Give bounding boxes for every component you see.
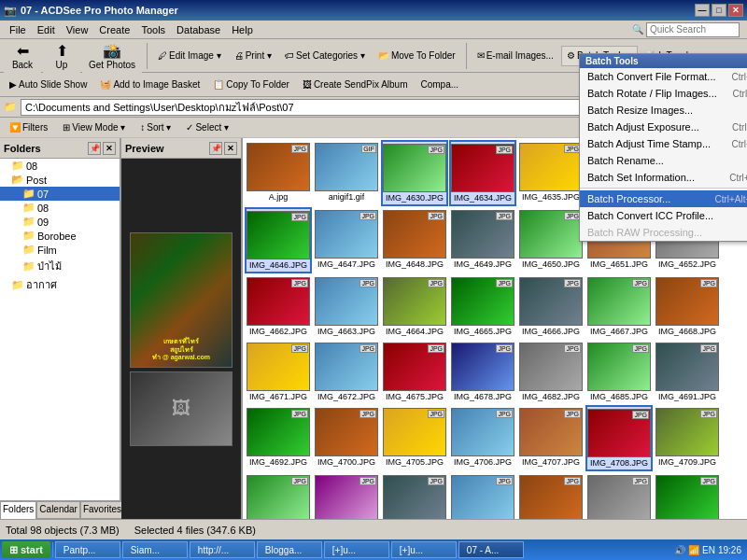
taskbar-item-plus1[interactable]: [+]u...: [324, 541, 389, 558]
tab-calendar[interactable]: Calendar: [36, 501, 80, 519]
menu-tools[interactable]: Tools: [135, 22, 171, 37]
photo-cell-7[interactable]: JPGIMG_4646.JPG: [245, 207, 312, 273]
photo-cell-27[interactable]: JPGIMG_4691.JPG: [654, 340, 721, 404]
photo-cell-23[interactable]: JPGIMG_4675.JPG: [381, 340, 448, 404]
photo-cell-34[interactable]: JPGIMG_4709.JPG: [654, 405, 721, 471]
tree-item-atmosphere[interactable]: 📁 อากาศ: [0, 275, 120, 294]
photo-cell-19[interactable]: JPGIMG_4667.JPG: [585, 274, 653, 339]
batch-adjust-timestamp[interactable]: Batch Adjust Time Stamp... Ctrl+T: [580, 135, 747, 152]
preview-close-button[interactable]: ✕: [224, 142, 237, 155]
batch-rename[interactable]: Batch Rename...: [580, 152, 747, 169]
sort-button[interactable]: ↕ Sort ▾: [134, 119, 176, 136]
filetype-badge: JPG: [428, 477, 444, 485]
photo-cell-11[interactable]: JPGIMG_4650.JPG: [517, 207, 585, 273]
print-button[interactable]: 🖨 Print ▾: [229, 46, 277, 66]
photo-cell-32[interactable]: JPGIMG_4707.JPG: [517, 405, 585, 471]
emailimages-button[interactable]: ✉ E-mail Images...: [472, 46, 559, 66]
tree-item-08[interactable]: 📁 08: [0, 159, 120, 173]
minimize-button[interactable]: —: [695, 4, 710, 17]
getphotos-button[interactable]: 📸 Get Photos: [82, 39, 142, 73]
menu-help[interactable]: Help: [226, 22, 259, 37]
taskbar-item-plus2[interactable]: [+]u...: [391, 541, 457, 558]
copytofolder-button[interactable]: 📋 Copy To Folder: [207, 75, 295, 95]
photo-cell-21[interactable]: JPGIMG_4671.JPG: [245, 340, 312, 404]
photo-cell-3[interactable]: JPGIMG_4634.JPG: [449, 140, 516, 206]
sidebar-pin-button[interactable]: 📌: [88, 142, 101, 155]
addtobasket-button[interactable]: 🧺 Add to Image Basket: [94, 75, 205, 95]
photo-cell-33[interactable]: JPGIMG_4708.JPG: [585, 405, 653, 471]
tree-item-09[interactable]: 📁 09: [0, 215, 120, 229]
tree-item-film[interactable]: 📁 Film: [0, 243, 120, 257]
createsendpix-button[interactable]: 🖼 Create SendPix Album: [297, 75, 414, 95]
maximize-button[interactable]: □: [712, 4, 726, 17]
batch-set-information[interactable]: Batch Set Information... Ctrl+M: [580, 169, 747, 186]
photo-cell-35[interactable]: JPGIMG_4710.JPG: [245, 472, 312, 519]
taskbar-item-blogga[interactable]: Blogga...: [257, 541, 322, 558]
batch-adjust-exposure[interactable]: Batch Adjust Exposure... Ctrl+L: [580, 119, 747, 135]
menu-create[interactable]: Create: [93, 22, 135, 37]
photo-cell-20[interactable]: JPGIMG_4668.JPG: [654, 274, 721, 339]
photo-cell-1[interactable]: GIFanigif1.gif: [313, 140, 380, 206]
photo-cell-29[interactable]: JPGIMG_4700.JPG: [313, 405, 380, 471]
back-button[interactable]: ⬅ Back: [4, 39, 41, 73]
taskbar-item-07[interactable]: 07 - A...: [458, 541, 524, 558]
photo-cell-10[interactable]: JPGIMG_4649.JPG: [449, 207, 516, 273]
taskbar-item-siam[interactable]: Siam...: [122, 541, 188, 558]
tree-item-post[interactable]: 📂 Post: [0, 173, 120, 187]
menu-edit[interactable]: Edit: [32, 22, 61, 37]
photo-cell-4[interactable]: JPGIMG_4635.JPG: [517, 140, 585, 206]
start-button[interactable]: ⊞ start: [2, 541, 50, 558]
photo-cell-28[interactable]: JPGIMG_4692.JPG: [245, 405, 312, 471]
photo-cell-9[interactable]: JPGIMG_4648.JPG: [381, 207, 448, 273]
setcategories-button[interactable]: 🏷 Set Categories ▾: [279, 46, 371, 66]
compa-button[interactable]: Compa...: [416, 75, 465, 95]
photo-cell-17[interactable]: JPGIMG_4665.JPG: [449, 274, 516, 339]
tree-item-07[interactable]: 📁 07: [0, 187, 120, 201]
autoslideshow-button[interactable]: ▶ Auto Slide Show: [4, 75, 92, 95]
sidebar-close-button[interactable]: ✕: [103, 142, 116, 155]
photo-cell-31[interactable]: JPGIMG_4706.JPG: [449, 405, 516, 471]
photo-cell-2[interactable]: JPGIMG_4630.JPG: [381, 140, 448, 206]
editimage-button[interactable]: 🖊 Edit Image ▾: [152, 46, 227, 66]
photo-cell-14[interactable]: JPGIMG_4662.JPG: [245, 274, 312, 339]
quicksearch-input[interactable]: [646, 22, 740, 37]
photo-cell-15[interactable]: JPGIMG_4663.JPG: [313, 274, 380, 339]
select-button[interactable]: ✓ Select ▾: [180, 119, 234, 136]
taskbar-item-http[interactable]: http://...: [190, 541, 255, 558]
photo-cell-30[interactable]: JPGIMG_4705.JPG: [381, 405, 448, 471]
photo-cell-36[interactable]: JPGIMG_4714.JPG: [313, 472, 380, 519]
photo-cell-0[interactable]: JPGA.jpg: [245, 140, 312, 206]
menu-database[interactable]: Database: [171, 22, 226, 37]
photo-cell-18[interactable]: JPGIMG_4666.JPG: [517, 274, 585, 339]
batch-rotate-flip[interactable]: Batch Rotate / Flip Images... Ctrl+J: [580, 85, 747, 102]
batch-convert-icc[interactable]: Batch Convert ICC Profile...: [580, 207, 747, 224]
photo-cell-22[interactable]: JPGIMG_4672.JPG: [313, 340, 380, 404]
up-button[interactable]: ⬆ Up: [43, 39, 80, 73]
photo-cell-26[interactable]: JPGIMG_4685.JPG: [585, 340, 653, 404]
photo-cell-8[interactable]: JPGIMG_4647.JPG: [313, 207, 380, 273]
batch-convert-file-format[interactable]: Batch Convert File Format... Ctrl+F: [580, 68, 747, 85]
tab-folders[interactable]: Folders: [0, 501, 36, 519]
tree-item-borobee[interactable]: 📁 Borobee: [0, 229, 120, 243]
filters-button[interactable]: 🔽 Filters: [4, 119, 53, 136]
menu-file[interactable]: File: [4, 22, 32, 37]
photo-cell-38[interactable]: JPGIMG_4717.JPG: [449, 472, 516, 519]
viewmode-button[interactable]: ⊞ View Mode ▾: [57, 119, 131, 136]
photo-cell-16[interactable]: JPGIMG_4664.JPG: [381, 274, 448, 339]
photo-cell-25[interactable]: JPGIMG_4682.JPG: [517, 340, 585, 404]
photo-cell-24[interactable]: JPGIMG_4678.JPG: [449, 340, 516, 404]
photo-cell-40[interactable]: JPGIMG_4723.JPG: [585, 472, 653, 519]
menu-view[interactable]: View: [61, 22, 94, 37]
tab-favorites[interactable]: Favorites: [80, 501, 124, 519]
taskbar-item-pantp[interactable]: Pantp...: [55, 541, 120, 558]
photo-cell-41[interactable]: JPGIMG_4724.JPG: [654, 472, 721, 519]
tree-item-forest[interactable]: 📁 ป่าไม้: [0, 257, 120, 275]
preview-pin-button[interactable]: 📌: [209, 142, 222, 155]
close-button[interactable]: ✕: [728, 4, 743, 17]
tree-item-08-sub[interactable]: 📁 08: [0, 201, 120, 215]
photo-cell-37[interactable]: JPGIMG_4715.JPG: [381, 472, 448, 519]
batch-processor[interactable]: Batch Processor... Ctrl+Alt+B: [580, 190, 747, 207]
batch-resize[interactable]: Batch Resize Images...: [580, 102, 747, 119]
movetofolder-button[interactable]: 📂 Move To Folder: [373, 46, 461, 66]
photo-cell-39[interactable]: JPGIMG_4718.JPG: [517, 472, 585, 519]
